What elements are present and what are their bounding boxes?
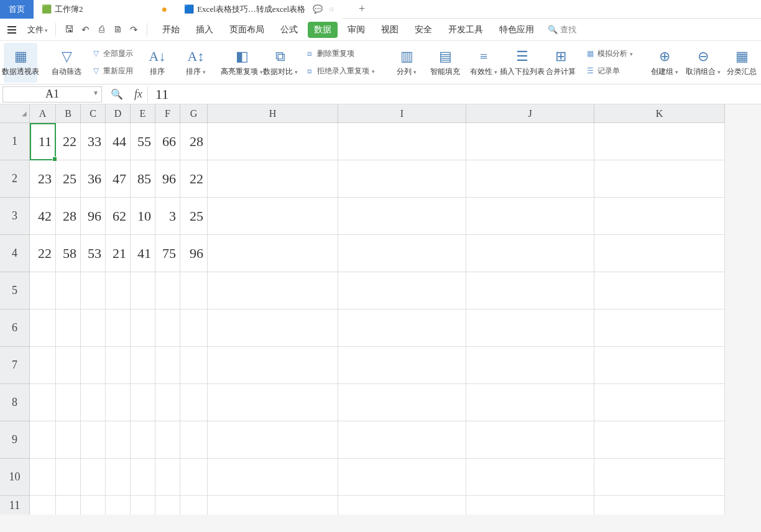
cell-E2[interactable]: 85 [131, 160, 155, 198]
cell-D1[interactable]: 44 [106, 123, 131, 160]
cell-A7[interactable] [30, 347, 56, 384]
cell-K3[interactable] [594, 198, 725, 235]
cell-E11[interactable] [131, 496, 155, 515]
ribbon-sim-analysis[interactable]: ▦模拟分析 ▾ [583, 46, 635, 62]
row-header-10[interactable]: 10 [0, 459, 30, 496]
cell-E3[interactable]: 10 [131, 198, 155, 235]
cell-F3[interactable]: 3 [155, 198, 180, 235]
cell-E6[interactable] [131, 310, 155, 347]
cell-B9[interactable] [56, 421, 81, 459]
cell-A9[interactable] [30, 421, 56, 459]
cell-H4[interactable] [208, 235, 338, 272]
cell-J5[interactable] [466, 272, 594, 310]
cell-K4[interactable] [594, 235, 725, 272]
col-header-F[interactable]: F [155, 104, 180, 123]
cell-B11[interactable] [56, 496, 81, 515]
cell-B4[interactable]: 58 [56, 235, 81, 272]
cell-H8[interactable] [208, 384, 338, 421]
redo-icon[interactable]: ↷ [127, 23, 141, 37]
cell-C4[interactable]: 53 [81, 235, 106, 272]
cell-J7[interactable] [466, 347, 594, 384]
cell-G5[interactable] [180, 272, 208, 310]
cell-G4[interactable]: 96 [180, 235, 208, 272]
ribbon-data-compare[interactable]: ⧉数据对比 [264, 43, 297, 83]
formula-input[interactable]: 11 [147, 86, 761, 103]
cell-C1[interactable]: 33 [81, 123, 106, 160]
cell-J6[interactable] [466, 310, 594, 347]
cell-F9[interactable] [155, 421, 180, 459]
cell-F5[interactable] [155, 272, 180, 310]
ribbon-subtotal[interactable]: ▦分类汇总 [725, 43, 759, 83]
ribbon-reapply[interactable]: ▽重新应用 [88, 63, 136, 80]
cell-A2[interactable]: 23 [30, 160, 56, 198]
col-header-B[interactable]: B [56, 104, 81, 123]
col-header-C[interactable]: C [81, 104, 106, 123]
menu-file[interactable]: 文件 ▾ [22, 24, 53, 35]
ribbon-ungroup[interactable]: ⊖取消组合 [686, 43, 720, 83]
cell-G11[interactable] [180, 496, 208, 515]
cell-C3[interactable]: 96 [81, 198, 106, 235]
cell-F7[interactable] [155, 347, 180, 384]
col-header-I[interactable]: I [338, 104, 466, 123]
cell-J11[interactable] [466, 496, 594, 515]
cell-C2[interactable]: 36 [81, 160, 106, 198]
tab-workbook[interactable]: 🟩 工作簿2 ● [34, 0, 176, 19]
cell-K9[interactable] [594, 421, 725, 459]
cell-G8[interactable] [180, 384, 208, 421]
cell-J2[interactable] [466, 160, 594, 198]
row-header-6[interactable]: 6 [0, 310, 30, 347]
cell-I2[interactable] [338, 160, 466, 198]
menu-3[interactable]: 公式 [274, 22, 304, 38]
menu-8[interactable]: 开发工具 [442, 22, 489, 38]
cell-D7[interactable] [106, 347, 131, 384]
cell-D4[interactable]: 21 [106, 235, 131, 272]
ribbon-consolidate[interactable]: ⊞合并计算 [544, 43, 578, 83]
zoom-icon[interactable]: 🔍 [104, 88, 129, 100]
ribbon-autofilter[interactable]: ▽自动筛选 [50, 43, 83, 83]
cell-B2[interactable]: 25 [56, 160, 81, 198]
cell-I8[interactable] [338, 384, 466, 421]
print-icon[interactable]: ⎙ [95, 23, 108, 37]
cell-A10[interactable] [30, 459, 56, 496]
cell-H9[interactable] [208, 421, 338, 459]
select-all-corner[interactable] [0, 104, 30, 123]
col-header-J[interactable]: J [466, 104, 594, 123]
print-preview-icon[interactable]: 🗎 [111, 23, 124, 37]
cell-H11[interactable] [208, 496, 338, 515]
menu-7[interactable]: 安全 [408, 22, 438, 38]
cell-C10[interactable] [81, 459, 106, 496]
ribbon-show-all[interactable]: ▽全部显示 [88, 46, 136, 62]
cell-K1[interactable] [594, 123, 725, 160]
cell-E8[interactable] [131, 384, 155, 421]
cell-B8[interactable] [56, 384, 81, 421]
cell-D5[interactable] [106, 272, 131, 310]
cell-C6[interactable] [81, 310, 106, 347]
cell-C11[interactable] [81, 496, 106, 515]
cell-E7[interactable] [131, 347, 155, 384]
cell-A4[interactable]: 22 [30, 235, 56, 272]
cell-F2[interactable]: 96 [155, 160, 180, 198]
cell-A3[interactable]: 42 [30, 198, 56, 235]
tab-new[interactable]: + [343, 0, 381, 19]
cell-F10[interactable] [155, 459, 180, 496]
cell-H3[interactable] [208, 198, 338, 235]
cell-B10[interactable] [56, 459, 81, 496]
tab-home[interactable]: 首页 [0, 0, 34, 19]
undo-icon[interactable]: ↶ [78, 23, 92, 37]
cell-G7[interactable] [180, 347, 208, 384]
col-header-E[interactable]: E [131, 104, 155, 123]
cell-J8[interactable] [466, 384, 594, 421]
cell-F4[interactable]: 75 [155, 235, 180, 272]
cell-B6[interactable] [56, 310, 81, 347]
cell-K6[interactable] [594, 310, 725, 347]
cell-C5[interactable] [81, 272, 106, 310]
ribbon-sort[interactable]: A↕排序 [179, 43, 213, 83]
cell-E1[interactable]: 55 [131, 123, 155, 160]
cell-C8[interactable] [81, 384, 106, 421]
cell-A8[interactable] [30, 384, 56, 421]
ribbon-insert-dropdown[interactable]: ☰插入下拉列表 [505, 43, 539, 83]
cell-G2[interactable]: 22 [180, 160, 208, 198]
tab-close-icon[interactable]: ○ [329, 4, 334, 14]
cell-J9[interactable] [466, 421, 594, 459]
cell-K8[interactable] [594, 384, 725, 421]
